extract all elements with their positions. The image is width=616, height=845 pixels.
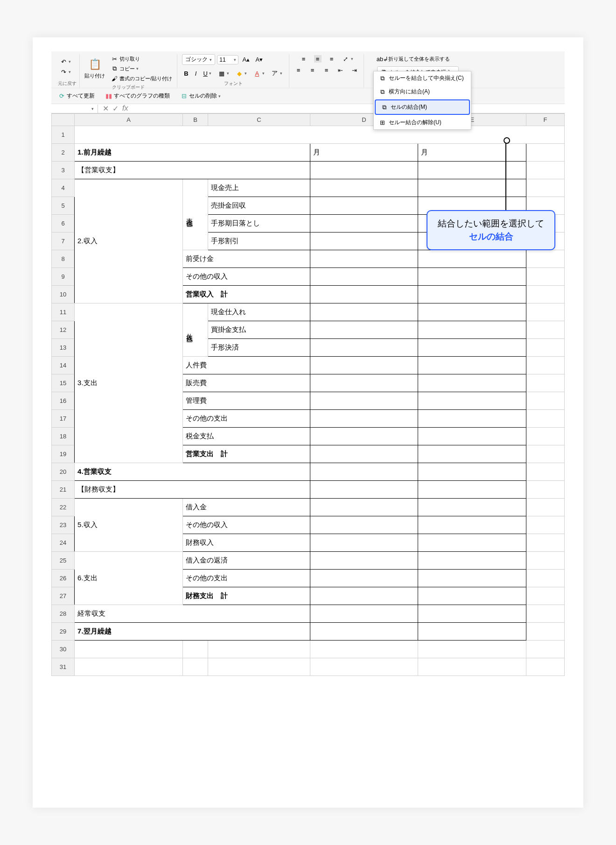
italic-button[interactable]: I bbox=[193, 69, 199, 78]
cell[interactable]: 仕入代金 bbox=[182, 303, 208, 357]
row-header[interactable]: 24 bbox=[52, 534, 75, 552]
cell[interactable]: 財務収入 bbox=[182, 534, 310, 552]
col-header[interactable]: A bbox=[75, 114, 183, 126]
row-header[interactable]: 7 bbox=[52, 232, 75, 250]
align-left-button[interactable]: ≡ bbox=[293, 65, 304, 75]
row-header[interactable]: 14 bbox=[52, 357, 75, 374]
row-header[interactable]: 1 bbox=[52, 126, 75, 144]
font-name-select[interactable]: ゴシック▾ bbox=[182, 54, 215, 65]
row-header[interactable]: 30 bbox=[52, 641, 75, 658]
cell[interactable]: その他の収入 bbox=[182, 268, 310, 286]
format-painter-button[interactable]: 🖌書式のコピー/貼り付け bbox=[109, 74, 174, 83]
cell[interactable]: 買掛金支払 bbox=[208, 321, 310, 339]
cell[interactable]: 現金売上 bbox=[208, 179, 310, 197]
cell[interactable]: 借入金 bbox=[182, 499, 310, 516]
row-header[interactable]: 20 bbox=[52, 463, 75, 481]
cell[interactable]: その他の支出 bbox=[182, 410, 310, 428]
cell[interactable]: 借入金の返済 bbox=[182, 552, 310, 570]
decrease-font-button[interactable]: A▾ bbox=[253, 55, 265, 64]
row-header[interactable]: 5 bbox=[52, 197, 75, 215]
cell[interactable]: 1.前月繰越 bbox=[75, 144, 310, 162]
fx-cancel-button[interactable]: ✕ bbox=[103, 104, 109, 113]
cell[interactable]: 【財務収支】 bbox=[75, 481, 310, 499]
row-header[interactable]: 17 bbox=[52, 410, 75, 428]
font-color-button[interactable]: A▾ bbox=[252, 69, 266, 78]
align-center-button[interactable]: ≡ bbox=[307, 65, 318, 75]
cell[interactable]: 7.翌月繰越 bbox=[75, 623, 310, 641]
cell[interactable]: 売上代金 bbox=[182, 179, 208, 250]
col-header[interactable]: C bbox=[208, 114, 310, 126]
cell[interactable]: 月 bbox=[418, 144, 526, 162]
align-middle-button[interactable]: ≡ bbox=[312, 54, 323, 63]
cell[interactable]: 税金支払 bbox=[182, 428, 310, 445]
cell[interactable]: 人件費 bbox=[182, 357, 310, 374]
row-header[interactable]: 26 bbox=[52, 570, 75, 587]
increase-indent-button[interactable]: ⇥ bbox=[349, 65, 360, 75]
merge-across-item[interactable]: ⧉横方向に結合(A) bbox=[374, 85, 471, 99]
decrease-indent-button[interactable]: ⇤ bbox=[335, 65, 346, 75]
select-all-corner[interactable] bbox=[52, 114, 75, 126]
row-header[interactable]: 31 bbox=[52, 658, 75, 676]
row-header[interactable]: 22 bbox=[52, 499, 75, 516]
cell[interactable]: 現金仕入れ bbox=[208, 303, 310, 321]
cell[interactable]: 財務支出 計 bbox=[182, 587, 310, 605]
cell[interactable]: 前受け金 bbox=[182, 250, 310, 268]
orientation-button[interactable]: ⤢▾ bbox=[340, 54, 355, 63]
underline-button[interactable]: U▾ bbox=[201, 69, 213, 78]
align-top-button[interactable]: ≡ bbox=[298, 54, 309, 63]
refresh-all-button[interactable]: ⟳すべて更新 bbox=[56, 91, 97, 101]
wrap-text-button[interactable]: ab↲折り返して全体を表示する bbox=[377, 54, 452, 63]
cell[interactable]: 営業収入 計 bbox=[182, 286, 310, 303]
row-header[interactable]: 12 bbox=[52, 321, 75, 339]
merge-center-item[interactable]: ⧉セルーを結合して中央揃え(C) bbox=[374, 71, 471, 85]
col-header[interactable]: B bbox=[182, 114, 208, 126]
cell[interactable]: 手形期日落とし bbox=[208, 215, 310, 232]
paste-button[interactable]: 📋 貼り付け bbox=[83, 57, 107, 80]
increase-font-button[interactable]: A▴ bbox=[240, 55, 252, 64]
border-button[interactable]: ▦▾ bbox=[216, 69, 231, 78]
row-header[interactable]: 10 bbox=[52, 286, 75, 303]
undo-button[interactable]: ↶▾ bbox=[58, 57, 73, 66]
delete-cells-button[interactable]: ⊟セルの削除▾ bbox=[178, 91, 223, 101]
row-header[interactable]: 25 bbox=[52, 552, 75, 570]
redo-button[interactable]: ↷▾ bbox=[58, 67, 73, 77]
merge-cells-item[interactable]: ⧉セルの結合(M) bbox=[375, 99, 470, 115]
cell[interactable]: 3.支出 bbox=[75, 303, 183, 463]
cell[interactable]: 売掛金回収 bbox=[208, 197, 310, 215]
row-header[interactable]: 4 bbox=[52, 179, 75, 197]
cell[interactable]: 4.営業収支 bbox=[75, 463, 310, 481]
ruby-button[interactable]: ア▾ bbox=[269, 69, 284, 78]
spreadsheet-grid[interactable]: A B C D E F 1 2 1.前月繰越 月 月 3 【営業収支】 4 2.… bbox=[51, 113, 565, 676]
row-header[interactable]: 29 bbox=[52, 623, 75, 641]
row-header[interactable]: 11 bbox=[52, 303, 75, 321]
cell[interactable]: その他の収入 bbox=[182, 516, 310, 534]
name-box[interactable]: ▾ bbox=[51, 105, 98, 113]
row-header[interactable]: 21 bbox=[52, 481, 75, 499]
fx-button[interactable]: fx bbox=[122, 104, 128, 113]
all-charts-button[interactable]: ▮▮すべてのグラフの種類 bbox=[103, 91, 172, 101]
row-header[interactable]: 28 bbox=[52, 605, 75, 623]
row-header[interactable]: 27 bbox=[52, 587, 75, 605]
row-header[interactable]: 9 bbox=[52, 268, 75, 286]
copy-button[interactable]: ⧉コピー▾ bbox=[109, 64, 174, 73]
row-header[interactable]: 16 bbox=[52, 392, 75, 410]
cut-button[interactable]: ✂切り取り bbox=[109, 54, 174, 63]
cell[interactable]: 手形決済 bbox=[208, 339, 310, 357]
row-header[interactable]: 2 bbox=[52, 144, 75, 162]
cell[interactable]: 6.支出 bbox=[75, 552, 183, 605]
row-header[interactable]: 18 bbox=[52, 428, 75, 445]
align-right-button[interactable]: ≡ bbox=[321, 65, 332, 75]
cell[interactable]: 営業支出 計 bbox=[182, 445, 310, 463]
cell[interactable]: 2.収入 bbox=[75, 179, 183, 303]
row-header[interactable]: 15 bbox=[52, 374, 75, 392]
row-header[interactable]: 23 bbox=[52, 516, 75, 534]
cell[interactable]: 管理費 bbox=[182, 392, 310, 410]
cell[interactable]: その他の支出 bbox=[182, 570, 310, 587]
cell[interactable]: 販売費 bbox=[182, 374, 310, 392]
cell[interactable]: 経常収支 bbox=[75, 605, 310, 623]
formula-input[interactable] bbox=[133, 107, 565, 111]
cell[interactable]: 5.収入 bbox=[75, 499, 183, 552]
unmerge-item[interactable]: ⊞セルー結合の解除(U) bbox=[374, 116, 471, 129]
col-header[interactable]: F bbox=[526, 114, 565, 126]
align-bottom-button[interactable]: ≡ bbox=[326, 54, 337, 63]
